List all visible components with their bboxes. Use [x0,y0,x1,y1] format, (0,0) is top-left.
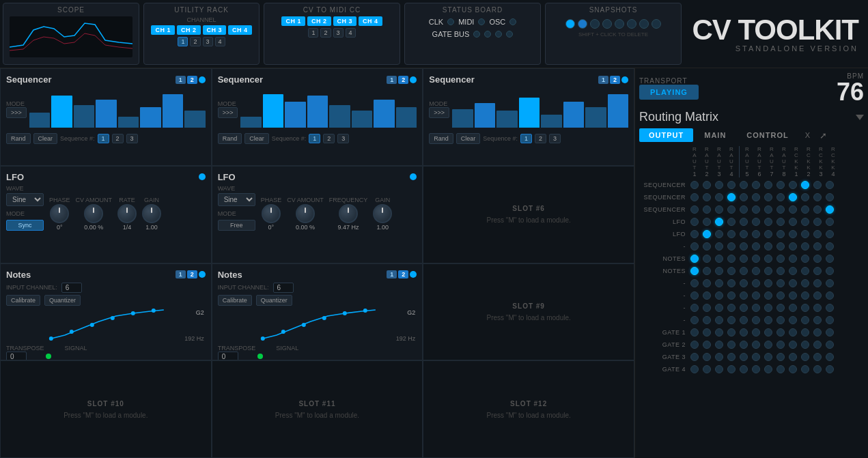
matrix-cell[interactable] [750,289,762,302]
matrix-cell[interactable] [774,265,787,277]
matrix-cell[interactable] [811,326,824,339]
matrix-cell[interactable] [738,265,750,277]
matrix-cell[interactable] [701,216,713,228]
matrix-cell[interactable] [787,265,799,277]
matrix-cell[interactable] [725,265,738,277]
snap-1[interactable] [565,19,575,29]
lfo1-gain-knob[interactable] [142,204,161,223]
seq3-rand-btn[interactable]: Rand [429,133,453,144]
matrix-cell[interactable] [824,265,836,277]
matrix-cell[interactable] [713,363,725,375]
seq1-seqnum-3[interactable]: 3 [126,134,138,143]
seq2-seqnum-2[interactable]: 2 [323,134,335,143]
notes2-badge-1[interactable]: 1 [387,270,397,278]
lfo2-freq-knob[interactable] [339,204,358,223]
routing-chevron[interactable] [856,115,864,120]
matrix-cell[interactable] [738,253,750,265]
matrix-cell[interactable] [762,191,774,203]
matrix-cell[interactable] [774,216,787,228]
matrix-cell[interactable] [713,339,725,351]
matrix-cell[interactable] [774,363,787,375]
matrix-cell[interactable] [701,363,713,375]
matrix-cell[interactable] [725,339,738,351]
matrix-cell[interactable] [787,351,799,363]
matrix-cell[interactable] [701,191,713,203]
matrix-cell[interactable] [774,253,787,265]
matrix-cell[interactable] [738,228,750,240]
seq1-mode-btn[interactable]: >>> [6,107,27,118]
seq2-seqnum-3[interactable]: 3 [337,134,349,143]
seq1-badge-1[interactable]: 1 [176,76,186,84]
seq1-clear-btn[interactable]: Clear [33,133,58,144]
matrix-cell[interactable] [713,253,725,265]
matrix-cell[interactable] [787,302,799,314]
matrix-cell[interactable] [787,339,799,351]
matrix-cell[interactable] [688,277,701,289]
matrix-cell[interactable] [799,339,811,351]
matrix-cell[interactable] [738,240,750,253]
matrix-cell[interactable] [824,240,836,253]
matrix-cell[interactable] [750,351,762,363]
matrix-cell[interactable] [713,351,725,363]
matrix-cell[interactable] [738,326,750,339]
matrix-cell[interactable] [701,265,713,277]
matrix-cell[interactable] [688,314,701,326]
matrix-cell[interactable] [811,339,824,351]
matrix-cell[interactable] [701,203,713,216]
matrix-cell[interactable] [688,253,701,265]
matrix-cell[interactable] [799,314,811,326]
matrix-cell[interactable] [701,179,713,191]
matrix-cell[interactable] [762,363,774,375]
matrix-cell[interactable] [787,228,799,240]
matrix-cell[interactable] [799,351,811,363]
seq1-badge-2[interactable]: 2 [187,76,197,84]
ch2-btn[interactable]: CH 2 [177,25,201,35]
seq3-clear-btn[interactable]: Clear [456,133,481,144]
matrix-cell[interactable] [774,326,787,339]
matrix-cell[interactable] [688,326,701,339]
snap-4[interactable] [602,19,612,29]
seq3-badge-1[interactable]: 1 [598,76,608,84]
matrix-cell[interactable] [688,203,701,216]
matrix-cell[interactable] [811,216,824,228]
matrix-cell[interactable] [738,351,750,363]
lfo2-free-btn[interactable]: Free [218,220,255,231]
matrix-cell[interactable] [738,179,750,191]
matrix-cell[interactable] [799,179,811,191]
lfo2-phase-knob[interactable] [262,204,281,223]
seq3-seqnum-3[interactable]: 3 [549,134,561,143]
matrix-cell[interactable] [799,326,811,339]
matrix-cell[interactable] [713,265,725,277]
matrix-cell[interactable] [787,314,799,326]
matrix-cell[interactable] [738,339,750,351]
tab-main[interactable]: MAIN [695,128,736,142]
matrix-cell[interactable] [713,277,725,289]
cv-ch4-btn[interactable]: CH 4 [359,16,382,26]
matrix-cell[interactable] [701,326,713,339]
seq3-mode-btn[interactable]: >>> [429,107,449,118]
matrix-cell[interactable] [725,277,738,289]
matrix-cell[interactable] [787,277,799,289]
matrix-cell[interactable] [701,302,713,314]
matrix-cell[interactable] [774,191,787,203]
matrix-cell[interactable] [824,339,836,351]
matrix-cell[interactable] [762,228,774,240]
matrix-cell[interactable] [799,240,811,253]
matrix-cell[interactable] [701,289,713,302]
matrix-cell[interactable] [725,191,738,203]
matrix-cell[interactable] [725,253,738,265]
matrix-cell[interactable] [824,216,836,228]
notes1-calibrate-btn[interactable]: Calibrate [6,295,40,306]
matrix-cell[interactable] [701,253,713,265]
matrix-cell[interactable] [713,240,725,253]
cv-ch2-btn[interactable]: CH 2 [307,16,331,26]
matrix-cell[interactable] [688,302,701,314]
snap-8[interactable] [652,19,661,29]
seq2-badge-2[interactable]: 2 [398,76,408,84]
matrix-cell[interactable] [811,351,824,363]
ch4-btn[interactable]: CH 4 [228,25,252,35]
matrix-cell[interactable] [725,228,738,240]
matrix-cell[interactable] [762,339,774,351]
matrix-cell[interactable] [750,203,762,216]
matrix-cell[interactable] [725,289,738,302]
